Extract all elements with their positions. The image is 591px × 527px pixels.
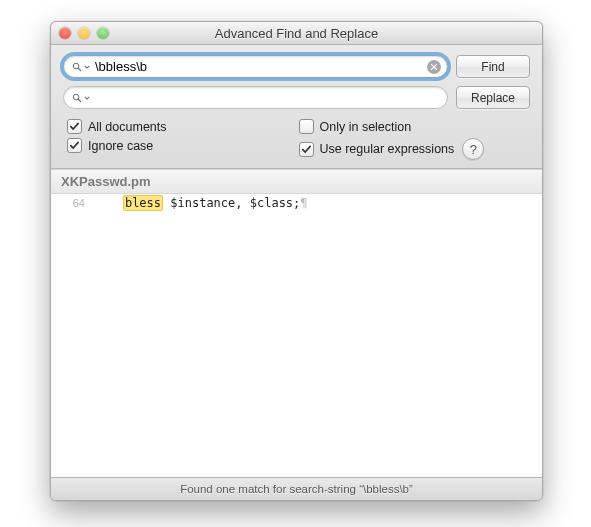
pilcrow-icon: ¶ [300,196,307,210]
help-button[interactable]: ? [462,138,484,160]
use-regex-checkbox[interactable]: Use regular expressions [299,142,455,157]
replace-field[interactable] [63,86,448,109]
checkbox-label: Use regular expressions [320,142,455,156]
find-input[interactable] [91,59,427,74]
minimize-icon[interactable] [78,27,90,39]
checkbox-icon [299,142,314,157]
history-dropdown-icon[interactable] [83,95,91,101]
results-pane: XKPasswd.pm 64 bless $instance, $class;¶ [51,169,542,477]
search-toolbar: Find Replace All documents [51,45,542,169]
replace-button[interactable]: Replace [456,86,530,109]
checkbox-icon [67,119,82,134]
line-number: 64 [55,197,95,209]
replace-input[interactable] [91,90,441,105]
ignore-case-checkbox[interactable]: Ignore case [67,138,299,153]
svg-line-1 [78,68,81,71]
status-text: Found one match for search-string “\bble… [180,483,413,495]
question-icon: ? [470,142,477,157]
traffic-lights [51,27,109,39]
search-icon[interactable] [70,93,84,103]
checkbox-label: All documents [88,120,167,134]
zoom-icon[interactable] [97,27,109,39]
checkbox-icon [67,138,82,153]
code-snippet: bless $instance, $class;¶ [95,196,308,210]
status-bar: Found one match for search-string “\bble… [51,477,542,500]
match-highlight: bless [123,195,163,211]
result-file-header[interactable]: XKPasswd.pm [51,169,542,194]
close-icon[interactable] [59,27,71,39]
titlebar: Advanced Find and Replace [51,22,542,45]
only-in-selection-checkbox[interactable]: Only in selection [299,119,531,134]
result-line[interactable]: 64 bless $instance, $class;¶ [51,194,542,212]
svg-line-3 [78,99,81,102]
history-dropdown-icon[interactable] [83,64,91,70]
find-replace-window: Advanced Find and Replace Find [50,21,543,501]
window-title: Advanced Find and Replace [51,26,542,41]
search-options: All documents Ignore case Only in select… [63,117,530,160]
checkbox-label: Ignore case [88,139,153,153]
clear-icon[interactable] [427,60,441,74]
search-icon[interactable] [70,62,84,72]
find-field[interactable] [63,55,448,78]
checkbox-label: Only in selection [320,120,412,134]
all-documents-checkbox[interactable]: All documents [67,119,299,134]
find-button[interactable]: Find [456,55,530,78]
checkbox-icon [299,119,314,134]
